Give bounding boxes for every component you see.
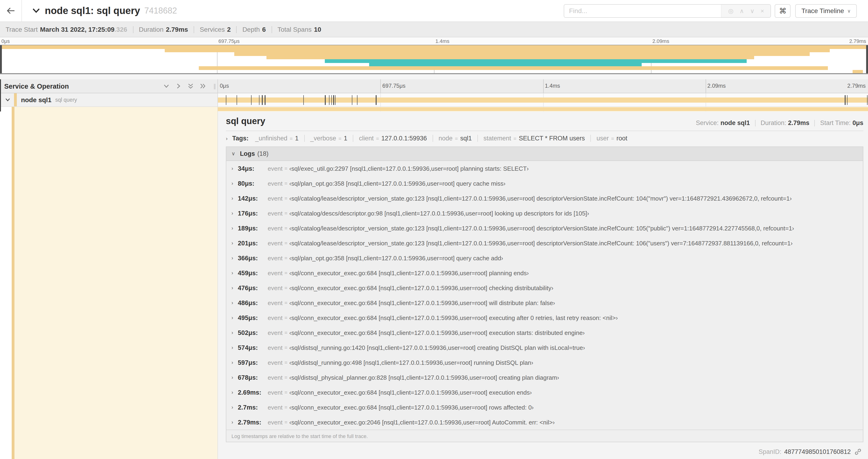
keyboard-shortcuts-button[interactable]: ⌘ [775,4,791,18]
log-entry-row[interactable]: › 476μs: event = ‹sql/conn_executor_exec… [226,280,863,295]
log-entry-row[interactable]: › 597μs: event = ‹sql/distsql_running.go… [226,355,863,370]
chevron-right-icon[interactable]: › [231,390,233,395]
minimap-span-bar [324,59,746,63]
log-entry-row[interactable]: › 2.7ms: event = ‹sql/conn_executor_exec… [226,400,863,415]
depth-label: Depth [242,26,260,33]
collapse-all-icon[interactable] [188,83,194,89]
chevron-right-icon[interactable]: › [231,419,233,425]
log-timestamp: 366μs: [238,255,262,261]
trace-minimap[interactable]: 0μs697.75μs1.4ms2.09ms2.79ms [0,37,868,74]
minimap-tick-labels: 0μs697.75μs1.4ms2.09ms2.79ms [0,37,868,45]
log-entry-row[interactable]: › 80μs: event = ‹sql/plan_opt.go:358 [ns… [226,176,863,191]
chevron-right-icon[interactable]: › [231,404,233,410]
viewport-right-handle[interactable] [866,45,868,73]
column-resize-handle[interactable]: ∥ [213,83,217,89]
log-entry-row[interactable]: › 678μs: event = ‹sql/distsql_physical_p… [226,370,863,385]
log-entry-row[interactable]: › 189μs: event = ‹sql/catalog/lease/desc… [226,221,863,236]
chevron-right-icon[interactable]: › [231,374,233,380]
log-equals: = [284,240,287,246]
log-entry-row[interactable]: › 502μs: event = ‹sql/conn_executor_exec… [226,325,863,340]
span-name-cell[interactable]: node sql1 sql query [0,93,218,107]
span-operation-title: sql query [226,116,265,126]
log-message: ‹sql/conn_executor_exec.go:2046 [nsql1,c… [289,419,555,426]
chevron-right-icon[interactable]: › [231,255,233,261]
deep-link-icon[interactable] [855,448,862,455]
collapse-trace-chevron-icon[interactable] [32,8,40,13]
expand-one-icon[interactable] [176,83,182,89]
log-tick[interactable] [335,95,336,105]
log-tick[interactable] [265,95,266,105]
chevron-right-icon[interactable]: › [231,270,233,276]
tags-row[interactable]: › Tags: _unfinished=1_verbose=1client=12… [226,131,863,145]
chevron-right-icon[interactable]: › [231,225,233,231]
log-entry-row[interactable]: › 486μs: event = ‹sql/conn_executor_exec… [226,295,863,310]
log-tick[interactable] [333,95,334,105]
log-tick[interactable] [262,95,263,105]
viewport-left-handle[interactable] [0,45,2,73]
log-message: ‹sql/conn_executor_exec.go:684 [nsql1,cl… [289,329,585,336]
expand-all-icon[interactable] [200,83,206,89]
log-entry-row[interactable]: › 176μs: event = ‹sql/catalog/descs/desc… [226,206,863,221]
service-operation-title: Service & Operation [4,82,69,90]
log-tick[interactable] [331,95,332,105]
detail-panel-wrap: sql query Service: node sql1 Duration: 2… [218,111,868,459]
chevron-right-icon[interactable]: › [231,181,233,186]
log-tick[interactable] [325,95,326,105]
log-entry-row[interactable]: › 574μs: event = ‹sql/distsql_running.go… [226,340,863,355]
log-tick[interactable] [259,95,260,105]
log-entry-row[interactable]: › 366μs: event = ‹sql/plan_opt.go:358 [n… [226,251,863,265]
chevron-right-icon[interactable]: › [231,315,233,321]
chevron-right-icon[interactable]: › [231,166,233,171]
chevron-down-icon[interactable]: ∨ [231,151,235,157]
trace-view-selector[interactable]: Trace Timeline ∨ [796,4,857,18]
chevron-right-icon[interactable]: › [231,240,233,246]
log-tick[interactable] [352,95,352,105]
log-entry-row[interactable]: › 34μs: event = ‹sql/exec_util.go:2297 [… [226,161,863,176]
collapse-span-chevron-icon[interactable] [5,98,10,102]
log-equals: = [284,374,287,380]
log-tick[interactable] [357,95,358,105]
log-tick[interactable] [329,95,330,105]
collapse-one-icon[interactable] [163,83,169,89]
log-tick[interactable] [845,95,845,105]
log-tick[interactable] [226,95,226,105]
minimap-canvas[interactable] [0,45,868,74]
log-tick[interactable] [376,95,377,105]
chevron-right-icon[interactable]: › [231,195,233,201]
log-equals: = [284,419,287,425]
log-tick[interactable] [847,95,848,105]
start-time-label: Start Time: [820,120,851,126]
detail-name-strip [0,107,218,111]
log-tick[interactable] [237,95,237,105]
log-entry-row[interactable]: › 201μs: event = ‹sql/catalog/lease/desc… [226,236,863,251]
chevron-right-icon[interactable]: › [226,135,227,141]
log-tick[interactable] [867,95,868,105]
trace-start-label: Trace Start [6,26,37,33]
log-entry-row[interactable]: › 2.79ms: event = ‹sql/conn_executor_exe… [226,415,863,430]
chevron-right-icon[interactable]: › [231,210,233,216]
chevron-up-icon[interactable]: ∧ [740,7,744,14]
chevron-right-icon[interactable]: › [231,285,233,291]
log-entry-row[interactable]: › 2.69ms: event = ‹sql/conn_executor_exe… [226,385,863,400]
close-icon[interactable]: × [761,7,764,14]
chevron-right-icon[interactable]: › [231,330,233,335]
log-tick[interactable] [251,95,252,105]
back-button[interactable] [0,0,22,22]
log-entry-row[interactable]: › 459μs: event = ‹sql/conn_executor_exec… [226,265,863,280]
minimap-span-row [0,49,868,52]
log-tick[interactable] [303,95,304,105]
span-bar-cell[interactable] [218,93,868,107]
log-field-name: event [268,210,283,217]
chevron-right-icon[interactable]: › [231,300,233,305]
find-input[interactable] [564,4,721,17]
span-duration-bar[interactable] [218,97,868,103]
log-entry-row[interactable]: › 142μs: event = ‹sql/catalog/lease/desc… [226,191,863,206]
target-icon[interactable]: ◎ [728,7,734,14]
services-value: 2 [227,26,231,33]
chevron-right-icon[interactable]: › [231,345,233,350]
logs-header[interactable]: ∨ Logs (18) [226,147,863,161]
logs-accordion: ∨ Logs (18) › 34μs: event = ‹sql/ex [226,146,863,442]
log-entry-row[interactable]: › 495μs: event = ‹sql/conn_executor_exec… [226,310,863,325]
chevron-down-icon[interactable]: ∨ [750,7,754,14]
chevron-right-icon[interactable]: › [231,360,233,365]
